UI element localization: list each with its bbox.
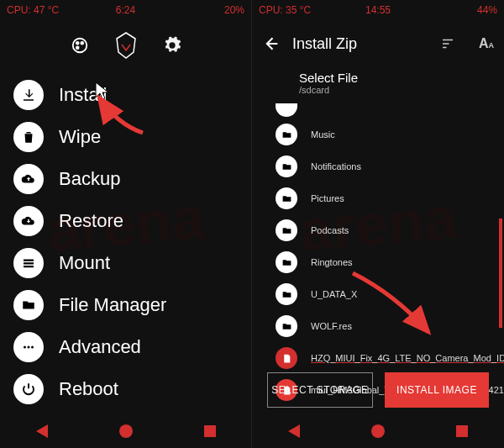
install-zip-screen: arena CPU: 35 °C 14:55 44% Install Zip A… (252, 0, 504, 448)
folder-icon (276, 315, 297, 337)
status-bar: CPU: 35 °C 14:55 44% (252, 0, 504, 20)
trash-icon (13, 122, 44, 152)
menu-label: Install (59, 84, 107, 106)
menu-label: Wipe (59, 126, 101, 148)
folder-icon (13, 290, 44, 320)
file-label: Notifications (311, 161, 361, 171)
svg-point-4 (24, 346, 26, 349)
menu-label: File Manager (59, 294, 166, 316)
install-image-button[interactable]: INSTALL IMAGE (385, 372, 489, 408)
folder-icon (276, 187, 297, 209)
file-label: WOLF.res (311, 321, 352, 331)
file-row[interactable] (276, 102, 504, 119)
menu-advanced[interactable]: Advanced (7, 326, 244, 368)
clock: 6:24 (116, 4, 135, 16)
download-icon (13, 80, 44, 110)
status-bar: CPU: 47 °C 6:24 20% (0, 0, 251, 20)
cloud-down-icon (13, 206, 44, 236)
svg-point-0 (72, 39, 87, 53)
menu-label: Advanced (59, 336, 141, 358)
file-label: HZQ_MIUI_Fix_4G_LTE_NO_Camera_Mod_IDO_17… (311, 353, 504, 363)
battery-pct: 44% (477, 4, 497, 16)
select-storage-button[interactable]: SELECT STORAGE (267, 372, 373, 408)
nav-home-icon[interactable] (371, 424, 385, 438)
folder-icon (276, 283, 297, 305)
file-row[interactable]: Pictures (276, 182, 504, 214)
menu-label: Mount (59, 252, 110, 274)
cpu-temp: CPU: 35 °C (259, 4, 311, 16)
file-label: Pictures (311, 193, 344, 203)
clock: 14:55 (365, 4, 391, 16)
svg-point-5 (28, 346, 30, 349)
folder-icon (276, 219, 297, 241)
folder-icon (276, 251, 297, 273)
svg-point-3 (76, 46, 78, 49)
power-icon (13, 374, 44, 404)
button-bar: SELECT STORAGE INSTALL IMAGE (252, 372, 504, 408)
file-row[interactable]: Podcasts (276, 214, 504, 246)
app-bar: Install Zip AA (252, 20, 504, 67)
nav-recent-icon[interactable] (204, 425, 216, 437)
menu-backup[interactable]: Backup (7, 158, 244, 200)
file-label: U_DATA_X (311, 289, 357, 299)
menu-wipe[interactable]: Wipe (7, 116, 244, 158)
folder-icon (276, 124, 297, 145)
zip-file-icon (276, 347, 297, 369)
file-list[interactable]: Music Notifications Pictures Podcasts Ri… (252, 97, 504, 406)
menu-mount[interactable]: Mount (7, 242, 244, 284)
svg-point-1 (76, 42, 78, 45)
menu-label: Backup (59, 168, 120, 190)
header (0, 20, 251, 71)
file-row[interactable]: Music (276, 119, 504, 150)
nav-bar (252, 414, 504, 448)
list-icon (13, 248, 44, 278)
nav-recent-icon[interactable] (456, 425, 468, 437)
cpu-temp: CPU: 47 °C (7, 4, 59, 16)
theme-icon[interactable] (71, 36, 89, 55)
file-label: Ringtones (311, 257, 353, 267)
svg-point-2 (81, 42, 83, 45)
main-menu: Install Wipe Backup Restore Mount File M… (0, 71, 251, 410)
file-row-zip-highlighted[interactable]: HZQ_MIUI_Fix_4G_LTE_NO_Camera_Mod_IDO_17… (276, 342, 504, 374)
twrp-main-screen: arena CPU: 47 °C 6:24 20% Install Wipe B… (0, 0, 252, 448)
file-row[interactable]: Ringtones (276, 246, 504, 278)
current-path: /sdcard (299, 85, 487, 95)
file-row[interactable]: WOLF.res (276, 310, 504, 342)
nav-back-icon[interactable] (288, 424, 300, 438)
menu-label: Restore (59, 210, 123, 232)
wolf-logo-icon (111, 30, 141, 61)
folder-icon (276, 155, 297, 177)
file-row[interactable]: Notifications (276, 150, 504, 182)
page-title: Install Zip (292, 35, 417, 53)
file-label: Podcasts (311, 225, 349, 235)
menu-restore[interactable]: Restore (7, 200, 244, 242)
menu-reboot[interactable]: Reboot (7, 368, 244, 410)
menu-install[interactable]: Install (7, 74, 244, 116)
scroll-indicator[interactable] (499, 219, 502, 328)
dots-icon (13, 332, 44, 362)
file-row[interactable]: U_DATA_X (276, 278, 504, 310)
menu-label: Reboot (59, 378, 118, 400)
file-label: Music (311, 129, 335, 140)
gear-icon[interactable] (163, 36, 181, 55)
select-file-label: Select File (299, 71, 487, 85)
sort-icon[interactable] (440, 36, 455, 51)
section-header: Select File /sdcard (252, 67, 504, 97)
folder-icon (276, 103, 297, 117)
font-size-icon[interactable]: AA (479, 36, 494, 51)
svg-point-6 (31, 346, 34, 349)
back-icon[interactable] (262, 35, 279, 52)
nav-bar (0, 414, 251, 448)
cloud-up-icon (13, 164, 44, 194)
menu-file-manager[interactable]: File Manager (7, 284, 244, 326)
battery-pct: 20% (224, 4, 244, 16)
nav-back-icon[interactable] (36, 424, 48, 438)
nav-home-icon[interactable] (119, 424, 133, 438)
